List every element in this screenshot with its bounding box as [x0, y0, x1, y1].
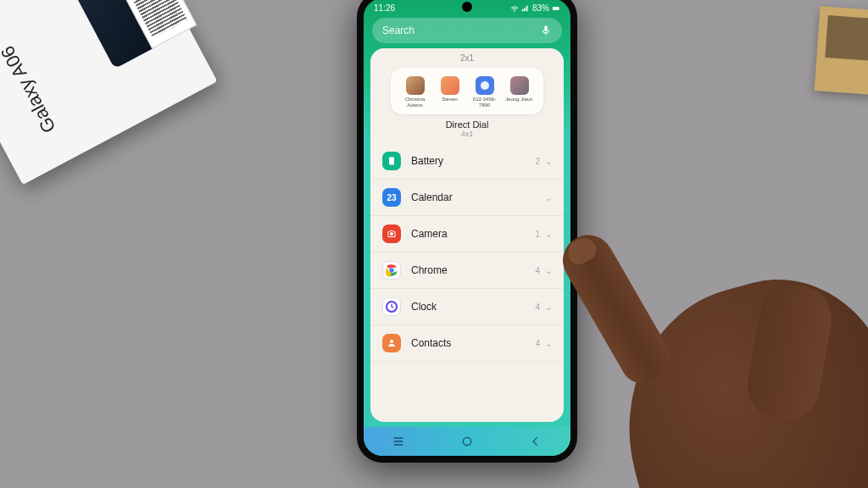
- svg-point-3: [390, 232, 393, 236]
- direct-dial-preview[interactable]: Christina Adams Steven 012-3456-7890 Jeo…: [391, 68, 543, 114]
- dd-contact-2: Steven: [433, 76, 467, 108]
- svg-rect-1: [559, 8, 559, 9]
- svg-rect-0: [553, 6, 559, 9]
- svg-point-5: [389, 269, 393, 273]
- battery-icon: [552, 4, 560, 13]
- wooden-stand: [815, 6, 868, 95]
- chevron-down-icon: ⌄: [545, 157, 552, 166]
- battery-percent: 83%: [532, 3, 549, 13]
- avatar: [476, 76, 494, 95]
- avatar: [406, 76, 425, 95]
- list-item-camera[interactable]: Camera 1 ⌄: [370, 216, 564, 252]
- search-bar[interactable]: Search: [372, 18, 562, 43]
- svg-rect-2: [389, 158, 394, 165]
- dd-contact-4: Jeong Jieun: [503, 76, 537, 108]
- chevron-down-icon: ⌄: [545, 230, 552, 239]
- widget-app-list[interactable]: Battery 2 ⌄ 23 Calendar ⌄ Camera 1 ⌄: [370, 143, 564, 422]
- product-box: SAMSUNG Galaxy A06: [0, 0, 217, 185]
- avatar: [510, 76, 529, 95]
- box-model: Galaxy A06: [0, 42, 61, 137]
- phone-device: 11:26 83% Search 2x1 Christina Adams: [357, 0, 577, 463]
- mic-icon[interactable]: [540, 25, 552, 36]
- direct-dial-title: Direct Dial: [370, 119, 564, 130]
- navigation-bar: [364, 427, 570, 456]
- chevron-down-icon: ⌄: [545, 266, 552, 275]
- chevron-down-icon: ⌄: [545, 193, 552, 202]
- back-button[interactable]: [515, 427, 557, 456]
- chevron-down-icon: ⌄: [545, 339, 552, 348]
- top-size-label: 2x1: [370, 48, 564, 66]
- avatar: [441, 76, 459, 95]
- wifi-icon: [510, 4, 519, 13]
- list-item-contacts[interactable]: Contacts 4 ⌄: [370, 325, 564, 362]
- chevron-down-icon: ⌄: [545, 302, 552, 312]
- svg-point-7: [390, 340, 393, 343]
- list-item-clock[interactable]: Clock 4 ⌄: [370, 289, 564, 325]
- clock-icon: [382, 297, 401, 316]
- status-time: 11:26: [374, 3, 395, 13]
- signal-icon: [521, 4, 530, 13]
- box-brand: SAMSUNG: [0, 38, 2, 95]
- battery-icon: [382, 152, 401, 170]
- widget-picker-panel: 2x1 Christina Adams Steven 012-3456-7890: [370, 48, 564, 422]
- recents-button[interactable]: [377, 427, 420, 456]
- list-item-calendar[interactable]: 23 Calendar ⌄: [370, 180, 564, 216]
- list-item-battery[interactable]: Battery 2 ⌄: [370, 143, 564, 180]
- search-placeholder: Search: [382, 25, 540, 36]
- direct-dial-size: 4x1: [370, 130, 564, 138]
- contacts-icon: [382, 334, 401, 352]
- list-item-chrome[interactable]: Chrome 4 ⌄: [370, 252, 564, 289]
- chrome-icon: [382, 261, 401, 280]
- camera-icon: [382, 225, 401, 243]
- dd-contact-3: 012-3456-7890: [468, 76, 502, 108]
- svg-point-11: [463, 437, 470, 445]
- dd-contact-1: Christina Adams: [398, 76, 432, 108]
- calendar-icon: 23: [382, 188, 401, 207]
- camera-notch: [462, 2, 472, 12]
- home-button[interactable]: [446, 427, 488, 456]
- screen: 11:26 83% Search 2x1 Christina Adams: [364, 0, 570, 456]
